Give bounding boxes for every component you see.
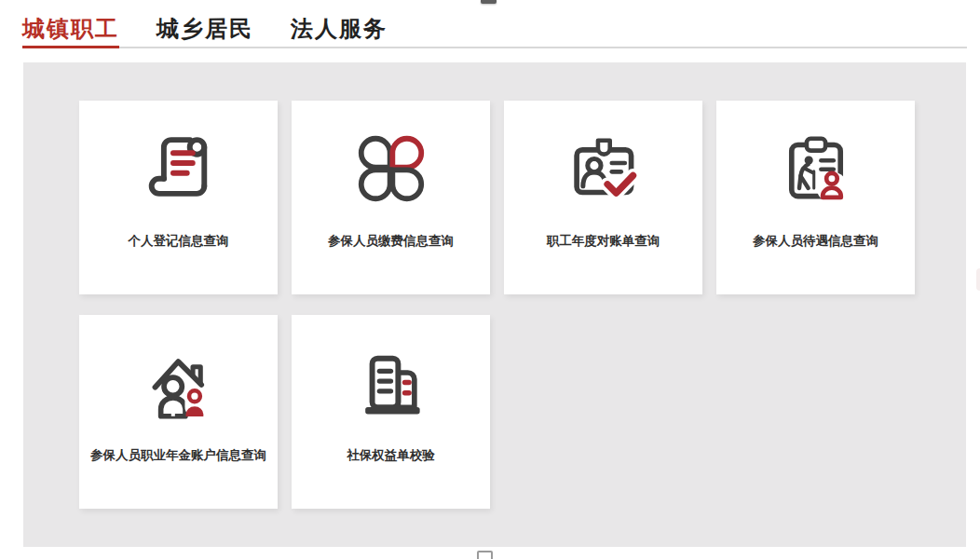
tab-legal-person-services[interactable]: 法人服务	[291, 14, 388, 44]
top-cutoff-element	[481, 0, 497, 4]
tab-urban-rural-residents[interactable]: 城乡居民	[157, 14, 253, 44]
tab-bar: 城镇职工 城乡居民 法人服务	[22, 14, 967, 48]
service-card-annual-statement-query[interactable]: 职工年度对账单查询	[504, 101, 702, 294]
tab-urban-workers[interactable]: 城镇职工	[22, 14, 119, 44]
service-card-personal-registration-query[interactable]: 个人登记信息查询	[79, 101, 278, 294]
clover-petals-icon	[351, 129, 431, 209]
bottom-cutoff-element	[477, 551, 493, 559]
services-panel: 个人登记信息查询 参保人员缴费信息查询	[23, 62, 966, 547]
scroll-document-icon	[139, 129, 219, 209]
house-family-icon	[139, 343, 219, 423]
clipboard-elderly-icon	[776, 129, 856, 209]
right-edge-cutoff-element	[976, 268, 980, 291]
service-card-occupational-pension-query[interactable]: 参保人员职业年金账户信息查询	[79, 315, 278, 509]
card-label: 职工年度对账单查询	[547, 233, 660, 250]
card-label: 参保人员职业年金账户信息查询	[90, 447, 266, 464]
buildings-icon	[351, 343, 431, 423]
service-card-rights-statement-verify[interactable]: 社保权益单校验	[292, 315, 490, 509]
service-card-payment-info-query[interactable]: 参保人员缴费信息查询	[292, 101, 490, 294]
social-insurance-services-page: 城镇职工 城乡居民 法人服务	[0, 0, 980, 559]
card-label: 个人登记信息查询	[129, 233, 229, 250]
card-label: 参保人员待遇信息查询	[753, 233, 878, 250]
id-card-check-icon	[564, 129, 644, 209]
card-label: 参保人员缴费信息查询	[328, 233, 454, 250]
card-label: 社保权益单校验	[347, 447, 435, 464]
service-card-benefit-info-query[interactable]: 参保人员待遇信息查询	[716, 101, 915, 294]
